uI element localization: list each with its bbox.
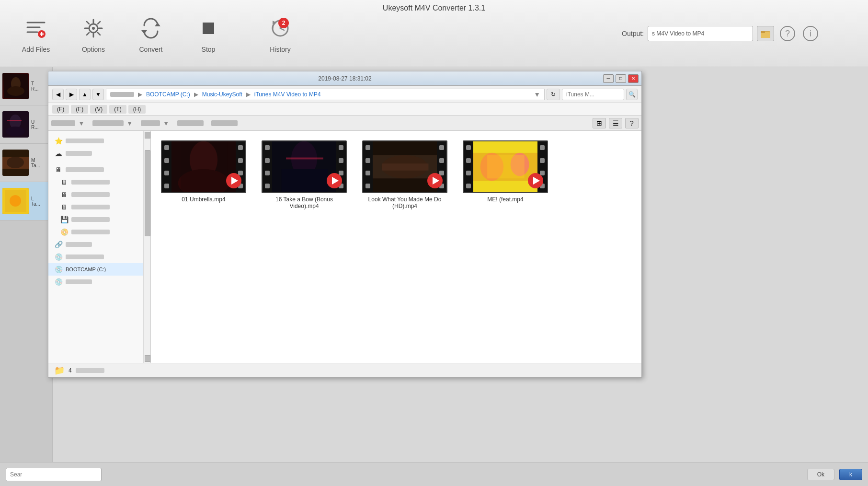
history-badge: 2 (278, 18, 289, 28)
play-button[interactable] (327, 173, 342, 188)
back-button[interactable]: ◀ (52, 89, 64, 100)
nav-scrollbar[interactable] (144, 131, 150, 363)
grid-file-item[interactable]: ME! (feat.mp4 (462, 140, 548, 209)
search-button[interactable]: 🔍 (626, 89, 638, 100)
film-hole (164, 145, 169, 150)
output-input[interactable] (648, 26, 753, 41)
bootcamp-label: BOOTCAMP (C:) (66, 266, 106, 272)
nav-connected[interactable]: 🔗 (48, 238, 143, 251)
refresh-button[interactable]: ↻ (547, 89, 560, 100)
menu-file[interactable]: (F) (52, 105, 69, 114)
nav-bootcamp[interactable]: 💿 BOOTCAMP (C:) (48, 263, 143, 276)
path-bootcamp[interactable]: BOOTCAMP (C:) (146, 91, 190, 98)
close-button[interactable]: ✕ (628, 74, 639, 83)
file-count: 4 (69, 367, 72, 374)
maximize-button[interactable]: □ (616, 74, 626, 83)
play-button[interactable] (226, 173, 241, 188)
nav-computer[interactable]: 🖥 (48, 163, 143, 176)
path-music[interactable]: Music-UkeySoft (202, 91, 242, 98)
view-help-button[interactable]: ? (625, 118, 639, 128)
menu-edit[interactable]: (E) (71, 105, 88, 114)
file-list-item[interactable]: TR... (0, 67, 52, 105)
stop-icon (194, 14, 223, 43)
preview-image (373, 141, 437, 192)
add-files-label: Add Files (22, 46, 50, 53)
grid-file-item[interactable]: Look What You Made Me Do (HD).mp4 (362, 140, 448, 209)
drive2-icon: 💿 (54, 278, 63, 286)
view-icons-button[interactable]: ⊞ (593, 118, 606, 128)
scroll-down[interactable] (145, 355, 150, 362)
film-hole (466, 158, 471, 163)
nav-favorites[interactable]: ⭐ (48, 135, 143, 147)
nav-network4[interactable]: 💾 (48, 213, 143, 226)
svg-rect-34 (7, 120, 22, 121)
convert-button[interactable]: Convert (125, 10, 177, 58)
menu-view[interactable]: (V) (90, 105, 107, 114)
file-info: TR... (31, 81, 50, 92)
info-button[interactable]: i (801, 24, 820, 43)
stop-svg (198, 18, 219, 39)
cloud-icon: ☁ (54, 149, 63, 158)
file-list-sidebar: TR... UR... (0, 67, 53, 486)
network-icon2: 🖥 (60, 190, 69, 199)
file-thumbnail (2, 188, 29, 214)
options-svg (83, 18, 104, 39)
add-files-button[interactable]: Add Files (10, 10, 62, 58)
forward-button[interactable]: ▶ (66, 89, 77, 100)
file-name-label: 16 Take a Bow (Bonus Video).mp4 (261, 196, 347, 209)
preview-image (272, 141, 336, 192)
menu-help[interactable]: (H) (128, 105, 146, 114)
options-label: Options (82, 46, 105, 53)
svg-rect-23 (761, 31, 765, 33)
nav-network5[interactable]: 📀 (48, 226, 143, 238)
add-files-icon (22, 14, 50, 43)
film-hole (365, 158, 370, 163)
nav-cloud[interactable]: ☁ (48, 147, 143, 160)
file-name: MTa... (31, 158, 50, 168)
nav-network3[interactable]: 🖥 (48, 201, 143, 213)
film-strip-left (363, 141, 373, 192)
film-hole (365, 184, 370, 188)
network-icon: 🖥 (60, 178, 69, 186)
file-name: UR... (31, 119, 50, 130)
film-strip-left (464, 141, 473, 192)
ok-button[interactable]: Ok (807, 469, 834, 480)
video-thumbnail (161, 140, 246, 193)
file-list-item[interactable]: LTa... (0, 182, 52, 220)
options-button[interactable]: Options (67, 10, 120, 58)
nav-network2[interactable]: 🖥 (48, 188, 143, 201)
nav-drive2[interactable]: 💿 (48, 276, 143, 288)
grid-file-item[interactable]: 01 Umbrella.mp4 (160, 140, 247, 209)
stop-button[interactable]: Stop (182, 10, 235, 58)
confirm-button[interactable]: k (839, 469, 862, 480)
scroll-thumb[interactable] (145, 150, 150, 236)
history-button[interactable]: 2 History (254, 10, 307, 58)
view-list-button[interactable]: ☰ (609, 118, 622, 128)
help-button[interactable]: ? (778, 24, 797, 43)
play-button[interactable] (528, 173, 543, 188)
up-button[interactable]: ▲ (79, 89, 91, 100)
output-section: Output: ? i (622, 24, 820, 43)
film-hole (540, 145, 545, 150)
drive-label (71, 217, 110, 222)
grid-file-item[interactable]: 16 Take a Bow (Bonus Video).mp4 (261, 140, 347, 209)
path-itunes[interactable]: iTunes M4V Video to MP4 (254, 91, 321, 98)
file-list-item[interactable]: UR... (0, 105, 52, 144)
play-button[interactable] (427, 173, 443, 188)
minimize-button[interactable]: ─ (603, 74, 614, 83)
recent-button[interactable]: ▼ (92, 89, 104, 100)
scroll-up[interactable] (145, 132, 150, 139)
file-list-item[interactable]: MTa... (0, 144, 52, 182)
svg-line-14 (98, 22, 100, 24)
nav-network1[interactable]: 🖥 (48, 176, 143, 188)
file-grid: 01 Umbrella.mp4 (151, 131, 641, 363)
network-label1 (71, 180, 110, 185)
explorer-search[interactable] (562, 89, 624, 100)
output-folder-button[interactable] (757, 26, 774, 41)
film-hole (164, 184, 169, 188)
address-path[interactable]: ▶ BOOTCAMP (C:) ▶ Music-UkeySoft ▶ iTune… (106, 89, 545, 100)
film-hole (164, 158, 169, 163)
app-search-input[interactable] (6, 468, 102, 481)
menu-tools[interactable]: (T) (109, 105, 126, 114)
nav-storage[interactable]: 💿 (48, 251, 143, 263)
